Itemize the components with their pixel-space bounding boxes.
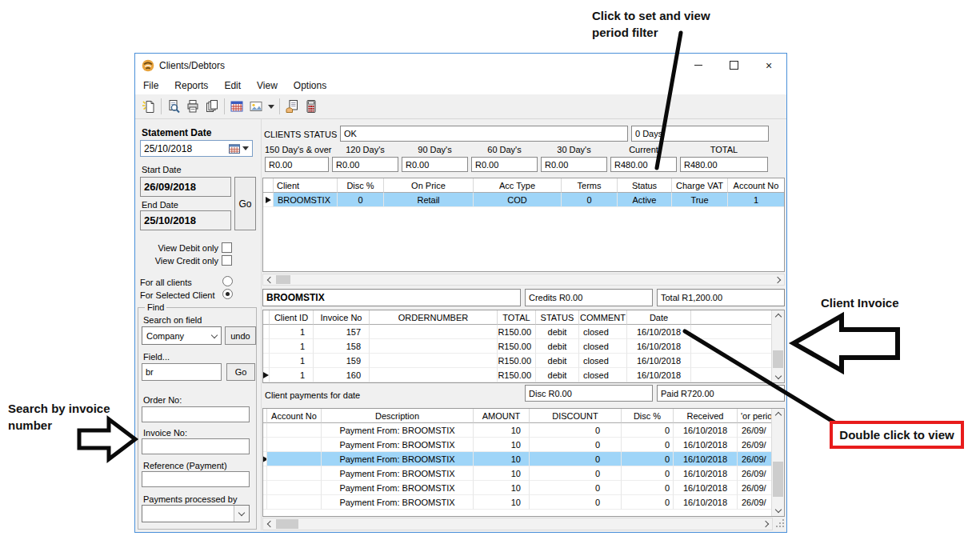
view-credit-checkbox[interactable]	[222, 255, 232, 266]
client-grid-header[interactable]: Terms	[562, 178, 618, 193]
invoice-cell-client-id[interactable]: 1	[270, 339, 314, 354]
payment-cell-discount[interactable]: 0	[530, 495, 622, 510]
payments-processed-by-select[interactable]	[142, 505, 250, 522]
aging-value-current[interactable]: R480.00	[610, 157, 677, 172]
payment-cell-account-no[interactable]	[267, 438, 322, 452]
client-cell-terms[interactable]: 0	[562, 193, 618, 207]
menu-options[interactable]: Options	[286, 80, 334, 91]
menu-reports[interactable]: Reports	[166, 80, 216, 91]
invoice-cell-total[interactable]: R150.00	[498, 368, 536, 382]
order-no-input[interactable]	[142, 406, 250, 422]
client-cell-on-price[interactable]: Retail	[384, 193, 474, 207]
end-date-field[interactable]: 25/10/2018	[140, 210, 231, 230]
payment-cell-received[interactable]: 16/10/2018	[674, 466, 738, 481]
payment-cell-amount[interactable]: 10	[474, 423, 530, 438]
invoice-cell-status[interactable]: debit	[536, 325, 579, 339]
payment-cell-description[interactable]: Payment From: BROOMSTIX	[322, 438, 474, 452]
invoice-cell-status[interactable]: debit	[536, 368, 579, 382]
payment-cell-discount[interactable]: 0	[530, 438, 622, 452]
go-search-button[interactable]: Go	[226, 363, 255, 381]
payment-cell-disc-pct[interactable]: 0	[622, 438, 674, 452]
search-field-select[interactable]: Company	[142, 326, 222, 345]
payment-cell-discount[interactable]: 0	[530, 466, 622, 481]
invoice-cell-comment[interactable]: closed	[579, 354, 627, 368]
invoice-cell-invoice-no[interactable]: 157	[314, 325, 370, 339]
invoice-cell-client-id[interactable]: 1	[270, 368, 314, 382]
picture-dropdown-button[interactable]	[266, 97, 277, 116]
payment-cell-received[interactable]: 16/10/2018	[674, 438, 738, 452]
payment-cell-period[interactable]: 26/09/	[738, 495, 771, 510]
payment-cell-description[interactable]: Payment From: BROOMSTIX	[322, 452, 474, 466]
print-button[interactable]	[183, 97, 202, 116]
days-field[interactable]: 0 Days	[631, 126, 769, 142]
payments-grid-header[interactable]: Received	[674, 409, 738, 423]
payment-cell-description[interactable]: Payment From: BROOMSTIX	[322, 481, 474, 495]
payment-cell-period[interactable]: 26/09/	[738, 438, 771, 452]
payment-cell-description[interactable]: Payment From: BROOMSTIX	[322, 466, 474, 481]
invoice-grid-header[interactable]: Client ID	[270, 310, 314, 325]
invoice-cell-status[interactable]: debit	[536, 354, 579, 368]
vscroll-thumb[interactable]	[773, 462, 783, 497]
client-cell-charge-vat[interactable]: True	[672, 193, 728, 207]
invoice-cell-date[interactable]: 16/10/2018	[627, 368, 691, 382]
payment-cell-description[interactable]: Payment From: BROOMSTIX	[322, 423, 474, 438]
payment-cell-period[interactable]: 26/09/	[738, 423, 771, 438]
calculator-button[interactable]	[302, 97, 321, 116]
payment-cell-description[interactable]: Payment From: BROOMSTIX	[322, 495, 474, 510]
resize-grip-icon[interactable]	[774, 518, 785, 530]
new-document-button[interactable]	[139, 97, 158, 116]
invoice-cell-ordernumber[interactable]	[370, 368, 498, 382]
client-grid-header[interactable]: On Price	[384, 178, 474, 193]
undo-button[interactable]: undo	[225, 326, 256, 345]
client-grid-header[interactable]: Disc %	[338, 178, 384, 193]
invoice-cell-status[interactable]: debit	[536, 339, 579, 354]
picture-button[interactable]	[246, 97, 266, 116]
client-cell-acc-type[interactable]: COD	[474, 193, 562, 207]
scroll-down-button[interactable]	[772, 371, 784, 382]
invoice-grid-header[interactable]: ORDERNUMBER	[370, 310, 498, 325]
client-grid-header[interactable]: Account No	[728, 178, 784, 193]
for-selected-client-radio[interactable]	[222, 289, 233, 299]
reference-payment-input[interactable]	[142, 471, 250, 487]
payments-hscrollbar[interactable]	[262, 518, 773, 530]
selected-client-field[interactable]: BROOMSTIX	[262, 289, 521, 306]
minimize-button[interactable]	[681, 54, 716, 77]
invoice-grid-header[interactable]: STATUS	[536, 310, 579, 325]
payments-grid-header[interactable]: Disc %	[622, 409, 674, 423]
payment-cell-period[interactable]: 26/09/	[738, 452, 771, 466]
client-grid-header[interactable]: Client	[274, 178, 338, 193]
payment-cell-account-no[interactable]	[267, 423, 322, 438]
invoice-cell-comment[interactable]: closed	[579, 339, 627, 354]
menu-edit[interactable]: Edit	[216, 80, 249, 91]
invoice-cell-date[interactable]: 16/10/2018	[627, 339, 691, 354]
invoice-cell-ordernumber[interactable]	[370, 339, 498, 354]
scroll-right-button[interactable]	[772, 274, 784, 286]
payment-cell-disc-pct[interactable]: 0	[622, 423, 674, 438]
maximize-button[interactable]	[716, 54, 751, 77]
payment-cell-disc-pct[interactable]: 0	[622, 495, 674, 510]
payment-cell-discount[interactable]: 0	[530, 481, 622, 495]
invoice-grid-header[interactable]: COMMENT	[579, 310, 627, 325]
client-grid-header[interactable]: Acc Type	[474, 178, 562, 193]
payment-cell-amount[interactable]: 10	[474, 438, 530, 452]
payment-cell-received[interactable]: 16/10/2018	[674, 452, 738, 466]
view-debit-checkbox[interactable]	[222, 242, 232, 253]
invoice-cell-total[interactable]: R150.00	[498, 354, 536, 368]
start-date-field[interactable]: 26/09/2018	[140, 177, 231, 197]
invoice-cell-date[interactable]: 16/10/2018	[627, 325, 691, 339]
invoice-grid-header[interactable]: Invoice No	[314, 310, 370, 325]
invoice-cell-client-id[interactable]: 1	[270, 325, 314, 339]
menu-file[interactable]: File	[135, 80, 166, 91]
menu-view[interactable]: View	[249, 80, 286, 91]
payment-cell-amount[interactable]: 10	[474, 452, 530, 466]
hscroll-thumb[interactable]	[276, 275, 290, 284]
invoice-cell-total[interactable]: R150.00	[498, 325, 536, 339]
invoice-cell-client-id[interactable]: 1	[270, 354, 314, 368]
client-grid-header[interactable]: Charge VAT	[672, 178, 728, 193]
client-cell-disc[interactable]: 0	[338, 193, 384, 207]
client-grid-hscrollbar[interactable]	[262, 274, 785, 286]
invoice-cell-ordernumber[interactable]	[370, 325, 498, 339]
copy-button[interactable]	[202, 97, 222, 116]
invoice-cell-invoice-no[interactable]: 158	[314, 339, 370, 354]
client-grid-header[interactable]: Status	[618, 178, 672, 193]
